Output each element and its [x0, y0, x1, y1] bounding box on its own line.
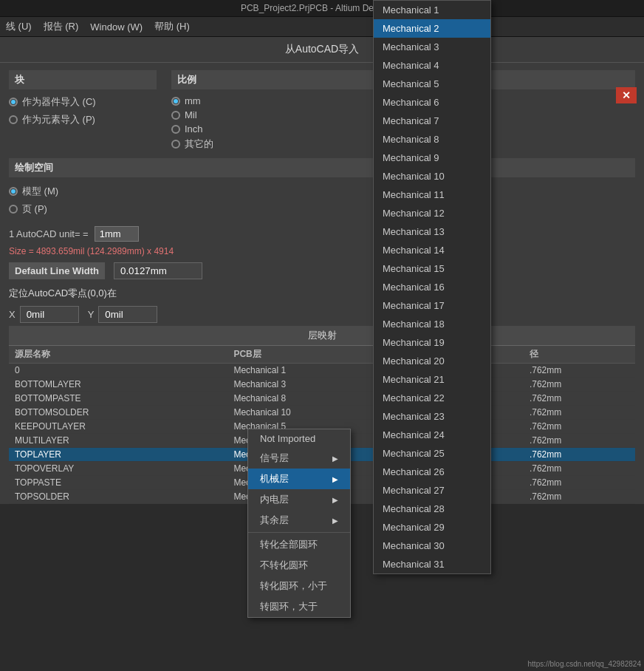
dialog-title: 从AutoCAD导入: [0, 37, 644, 63]
mechanical-layer-item[interactable]: Mechanical 18: [374, 315, 490, 333]
block-option-element[interactable]: 作为元素导入 (P): [9, 113, 157, 126]
mechanical-layer-item[interactable]: Mechanical 1: [374, 1, 490, 19]
context-menu: Not Imported 信号层 ▶ 机械层 ▶ 内电层 ▶ 其余层 ▶ 转化全…: [247, 429, 351, 618]
menu-item-help[interactable]: 帮助 (H): [154, 20, 190, 33]
mechanical-layer-item[interactable]: Mechanical 27: [374, 481, 490, 500]
mechanical-layer-item[interactable]: Mechanical 29: [374, 518, 490, 537]
source-name: MULTILAYER: [9, 434, 227, 448]
width: .762mm: [524, 462, 635, 476]
block-label: 块: [15, 74, 24, 85]
mechanical-layer-item[interactable]: Mechanical 22: [374, 389, 490, 407]
draw-space-radios: 模型 (M) 页 (P): [9, 182, 635, 219]
mechanical-layer-item[interactable]: Mechanical 21: [374, 370, 490, 389]
layer-mapping-title: 层映射: [9, 326, 635, 346]
table-row[interactable]: 0 Mechanical 1 All .762mm: [9, 364, 635, 378]
menu-bar: 线 (U) 报告 (R) Window (W) 帮助 (H): [0, 17, 644, 37]
arrow-icon-signal: ▶: [332, 454, 338, 463]
menu-item-line[interactable]: 线 (U): [6, 20, 32, 33]
width: .762mm: [524, 420, 635, 434]
mechanical-layer-item[interactable]: Mechanical 2: [374, 19, 490, 38]
radio-dot-other: [171, 140, 180, 149]
mechanical-layer-item[interactable]: Mechanical 7: [374, 112, 490, 130]
x-coord-group: X: [9, 306, 79, 323]
scale-label: 比例: [177, 74, 196, 85]
radio-dot-page: [9, 205, 18, 214]
context-mechanical-layer[interactable]: 机械层 ▶: [248, 469, 350, 489]
context-convert-all-rings[interactable]: 转化全部圆环: [248, 534, 350, 555]
width: .762mm: [524, 392, 635, 406]
context-signal-layer[interactable]: 信号层 ▶: [248, 448, 350, 469]
mechanical-layer-item[interactable]: Mechanical 11: [374, 185, 490, 204]
width: .762mm: [524, 406, 635, 420]
source-name: TOPOVERLAY: [9, 462, 227, 476]
y-label: Y: [88, 309, 95, 320]
mechanical-layer-item[interactable]: Mechanical 23: [374, 407, 490, 426]
context-inner-layer[interactable]: 内电层 ▶: [248, 489, 350, 510]
mechanical-layer-item[interactable]: Mechanical 30: [374, 537, 490, 555]
mechanical-layer-item[interactable]: Mechanical 13: [374, 222, 490, 241]
mechanical-layer-item[interactable]: Mechanical 4: [374, 56, 490, 75]
radio-dot-model: [9, 187, 18, 196]
width: .762mm: [524, 378, 635, 392]
context-no-convert-rings[interactable]: 不转化圆环: [248, 555, 350, 576]
line-width-input[interactable]: [114, 262, 202, 279]
block-section: 块 作为器件导入 (C) 作为元素导入 (P): [9, 70, 157, 151]
context-not-imported[interactable]: Not Imported: [248, 429, 350, 448]
width: .762mm: [524, 364, 635, 378]
width: .762mm: [524, 490, 635, 504]
mechanical-layer-item[interactable]: Mechanical 15: [374, 259, 490, 278]
source-name: TOPSOLDER: [9, 490, 227, 504]
mechanical-layer-item[interactable]: Mechanical 28: [374, 500, 490, 518]
mechanical-submenu: Mechanical 1Mechanical 2Mechanical 3Mech…: [373, 0, 491, 574]
col-source: 源层名称: [9, 346, 227, 364]
source-name: BOTTOMSOLDER: [9, 406, 227, 420]
table-row[interactable]: BOTTOMSOLDER Mechanical 10 All .762mm: [9, 406, 635, 420]
arrow-icon-mechanical: ▶: [332, 475, 338, 483]
mechanical-layer-item[interactable]: Mechanical 6: [374, 93, 490, 112]
mechanical-layer-item[interactable]: Mechanical 12: [374, 204, 490, 222]
radio-dot-component: [9, 98, 18, 106]
title-bar: PCB_Project2.PrjPCB - Altium Designer (: [0, 0, 644, 17]
context-convert-large-rings[interactable]: 转圆环，大于: [248, 596, 350, 617]
size-info: Size = 4893.659mil (124.2989mm) x 4914: [0, 245, 644, 258]
mechanical-layer-item[interactable]: Mechanical 9: [374, 149, 490, 167]
table-row[interactable]: BOTTOMPASTE Mechanical 8 All .762mm: [9, 392, 635, 406]
coord-row: X Y: [0, 303, 644, 326]
mechanical-layer-item[interactable]: Mechanical 26: [374, 463, 490, 481]
position-row: 定位AutoCAD零点(0,0)在: [0, 284, 644, 303]
mechanical-layer-item[interactable]: Mechanical 31: [374, 555, 490, 573]
mechanical-layer-item[interactable]: Mechanical 25: [374, 444, 490, 463]
x-label: X: [9, 309, 16, 320]
width: .762mm: [524, 448, 635, 462]
source-name: BOTTOMLAYER: [9, 378, 227, 392]
menu-item-window[interactable]: Window (W): [90, 21, 143, 33]
x-input[interactable]: [20, 306, 79, 323]
mechanical-layer-item[interactable]: Mechanical 16: [374, 278, 490, 296]
unit-input[interactable]: [95, 226, 139, 242]
context-convert-small-rings[interactable]: 转化圆环，小于: [248, 576, 350, 596]
draw-space-page[interactable]: 页 (P): [9, 202, 635, 216]
mechanical-layer-item[interactable]: Mechanical 3: [374, 38, 490, 56]
draw-space-model[interactable]: 模型 (M): [9, 185, 635, 198]
mechanical-layer-item[interactable]: Mechanical 17: [374, 296, 490, 315]
table-row[interactable]: BOTTOMLAYER Mechanical 3 All .762mm: [9, 378, 635, 392]
mechanical-layer-item[interactable]: Mechanical 14: [374, 241, 490, 259]
mechanical-layer-item[interactable]: Mechanical 20: [374, 352, 490, 370]
line-width-label: Default Line Width: [9, 262, 105, 279]
mechanical-layer-item[interactable]: Mechanical 5: [374, 75, 490, 93]
mechanical-layer-item[interactable]: Mechanical 24: [374, 426, 490, 444]
source-name: TOPLAYER: [9, 448, 227, 462]
mechanical-layer-item[interactable]: Mechanical 8: [374, 130, 490, 149]
top-section: 块 作为器件导入 (C) 作为元素导入 (P) 比例: [0, 63, 644, 158]
source-name: TOPPASTE: [9, 476, 227, 490]
unit-row: 1 AutoCAD unit= =: [0, 223, 644, 245]
y-input[interactable]: [98, 306, 157, 323]
draw-space-section: 绘制空间 模型 (M) 页 (P): [0, 158, 644, 223]
block-option-component[interactable]: 作为器件导入 (C): [9, 95, 157, 109]
width: .762mm: [524, 434, 635, 448]
mechanical-layer-item[interactable]: Mechanical 10: [374, 167, 490, 185]
close-button[interactable]: ✕: [616, 87, 637, 103]
mechanical-layer-item[interactable]: Mechanical 19: [374, 333, 490, 352]
menu-item-report[interactable]: 报告 (R): [44, 20, 79, 33]
context-other-layer[interactable]: 其余层 ▶: [248, 510, 350, 531]
